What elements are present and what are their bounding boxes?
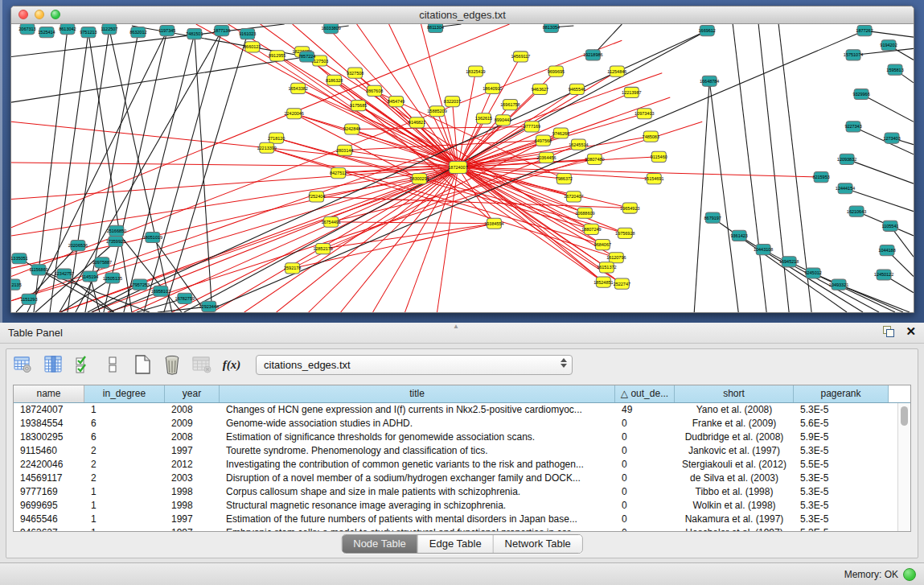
graph-node[interactable]: 1362615	[475, 113, 492, 124]
graph-node[interactable]: 16245514	[569, 139, 588, 150]
graph-node[interactable]: 18724007	[448, 161, 467, 173]
graph-node[interactable]: 16543382	[288, 83, 307, 93]
column-header-title[interactable]: title	[220, 385, 615, 402]
function-builder-icon[interactable]: f(x)	[221, 354, 242, 375]
graph-node[interactable]: 8912135	[11, 279, 22, 290]
graph-node[interactable]: 19756928	[615, 228, 634, 238]
graph-node[interactable]: 7481501	[186, 29, 203, 39]
graph-node[interactable]: 19384554	[484, 218, 503, 229]
graph-node[interactable]: 6497568	[535, 135, 552, 146]
graph-node[interactable]: 16120796	[606, 253, 626, 263]
graph-node[interactable]: 17359928	[106, 236, 125, 246]
graph-node[interactable]: 8215953	[812, 172, 829, 183]
graph-node[interactable]: 9746266	[552, 128, 569, 138]
graph-node[interactable]: 2067313	[18, 24, 35, 35]
graph-node[interactable]: 1145194	[81, 271, 98, 282]
column-header-year[interactable]: year	[165, 385, 220, 402]
graph-node[interactable]: 18640910	[483, 83, 502, 93]
table-vertical-scrollbar[interactable]	[897, 403, 910, 531]
graph-node[interactable]: 8811304	[427, 24, 444, 33]
graph-node[interactable]: 8427512	[330, 167, 347, 178]
tab-edge-table[interactable]: Edge Table	[418, 535, 494, 553]
table-row[interactable]: 977716911998Corpus callosum shape and si…	[14, 485, 898, 499]
table-row[interactable]: 911546021997Tourette syndrome. Phenomeno…	[14, 444, 898, 458]
table-row[interactable]: 969969511998Structural magnetic resonanc…	[14, 499, 898, 513]
graph-node[interactable]: 1525414	[38, 27, 55, 38]
new-document-icon[interactable]	[132, 354, 153, 375]
graph-node[interactable]: 12923448	[199, 301, 219, 311]
graph-node[interactable]: 11254846	[607, 66, 626, 76]
graph-node[interactable]: 15154691	[644, 174, 663, 184]
table-row[interactable]: 1872400712008Changes of HCN gene express…	[14, 403, 898, 417]
graph-node[interactable]: 1122507	[101, 24, 117, 35]
graph-node[interactable]: 9463627	[532, 84, 548, 94]
graph-node[interactable]: 9329966	[852, 89, 869, 99]
graph-node[interactable]: 12505135	[103, 273, 122, 283]
graph-node[interactable]: 12342757	[55, 269, 74, 279]
graph-node[interactable]: 2867608	[366, 85, 383, 96]
float-panel-icon[interactable]	[883, 326, 894, 337]
graph-node[interactable]: 2522747	[614, 278, 630, 289]
column-header-pagerank[interactable]: pagerank	[794, 385, 889, 402]
graph-node[interactable]: 2718120	[268, 133, 285, 143]
graph-node[interactable]: 2803144	[336, 145, 353, 155]
graph-node[interactable]: 9242848	[343, 124, 360, 134]
graph-node[interactable]: 9684067	[594, 239, 611, 249]
graph-node[interactable]: 9699695	[548, 66, 565, 76]
graph-node[interactable]: 1877262	[856, 26, 873, 36]
graph-node[interactable]: 8632012	[129, 27, 146, 38]
graph-node[interactable]: 9194202	[880, 40, 897, 51]
row-height-icon[interactable]	[102, 354, 123, 375]
graph-node[interactable]: 8613042	[59, 24, 76, 35]
delete-table-icon[interactable]	[191, 354, 212, 375]
network-window[interactable]: citations_edges.txt 18724007977716964975…	[10, 6, 914, 313]
graph-node[interactable]: 9227343	[844, 122, 861, 132]
split-pane-handle[interactable]: ▲	[453, 323, 459, 330]
graph-node[interactable]: 15885209	[427, 106, 446, 117]
select-checks-icon[interactable]	[72, 354, 93, 375]
graph-node[interactable]: 8679197	[704, 212, 721, 223]
table-row[interactable]: 946362711997Embryonic stem cells: a mode…	[14, 526, 898, 531]
graph-node[interactable]: 12213987	[622, 87, 641, 97]
graph-node[interactable]: 8322037	[444, 97, 461, 107]
graph-node[interactable]: 9361423	[731, 230, 748, 241]
graph-node[interactable]: 19654923	[620, 203, 639, 213]
graph-node[interactable]: 1595813	[886, 64, 903, 75]
table-source-select[interactable]: citations_edges.txt	[256, 355, 573, 375]
table-row[interactable]: 2242004622012Investigating the contribut…	[14, 458, 898, 472]
graph-node[interactable]: 9175685	[350, 101, 367, 111]
graph-node[interactable]: 1151293	[21, 294, 38, 304]
graph-node[interactable]: 10973403	[634, 109, 654, 119]
graph-node[interactable]: 20364456	[536, 152, 556, 163]
graph-node[interactable]: 7485083	[643, 131, 659, 142]
tab-node-table[interactable]: Node Table	[342, 535, 418, 553]
graph-node[interactable]: 2592178	[284, 263, 301, 274]
graph-node[interactable]: 16720407	[564, 192, 583, 202]
table-row[interactable]: 1456911722003Disruption of a novel membe…	[14, 472, 898, 485]
graph-node[interactable]: 16958107	[151, 286, 170, 296]
graph-node[interactable]: 16210643	[847, 206, 866, 216]
graph-node[interactable]: 18524851	[593, 277, 613, 287]
table-options-icon[interactable]	[13, 354, 34, 375]
graph-node[interactable]: 18051019	[143, 232, 162, 242]
graph-node[interactable]: 9245012	[804, 268, 821, 278]
graph-node[interactable]: 17957253	[130, 279, 150, 290]
graph-node[interactable]: 12450122	[874, 270, 893, 280]
graph-node[interactable]: 12093832	[837, 154, 856, 164]
memory-ok-indicator[interactable]	[903, 568, 916, 581]
graph-node[interactable]: 22420046	[284, 109, 303, 119]
graph-node[interactable]: 16033809	[321, 24, 340, 34]
graph-node[interactable]: 8912955	[269, 51, 285, 61]
graph-node[interactable]: 16151372	[597, 262, 616, 273]
table-row[interactable]: 1938455462009Genome-wide association stu…	[14, 417, 898, 431]
graph-node[interactable]: 16648784	[700, 76, 719, 86]
graph-node[interactable]: 16961758	[500, 100, 519, 110]
graph-node[interactable]: 1669612	[699, 26, 716, 36]
graph-node[interactable]: 10493321	[829, 279, 848, 290]
graph-node[interactable]: 1877136	[213, 26, 230, 36]
network-view-canvas[interactable]: 1872400797771696497568974626616245514203…	[11, 24, 914, 312]
trash-icon[interactable]	[162, 354, 183, 375]
graph-node[interactable]: 11156869	[29, 265, 48, 275]
graph-node[interactable]: 9146821	[409, 117, 425, 128]
graph-node[interactable]: 1335051	[11, 253, 28, 264]
